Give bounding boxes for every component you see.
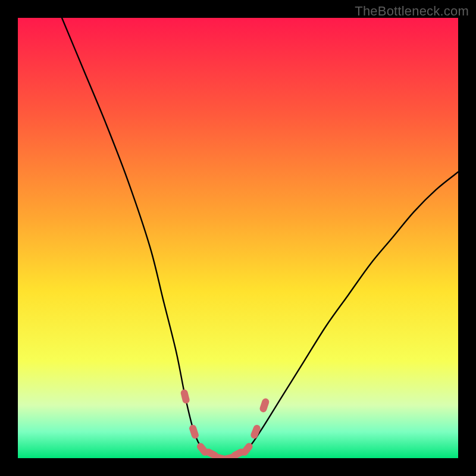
chart-frame: TheBottleneck.com bbox=[0, 0, 476, 476]
chart-svg bbox=[18, 18, 458, 458]
plot-area bbox=[18, 18, 458, 458]
watermark-text: TheBottleneck.com bbox=[355, 4, 469, 19]
